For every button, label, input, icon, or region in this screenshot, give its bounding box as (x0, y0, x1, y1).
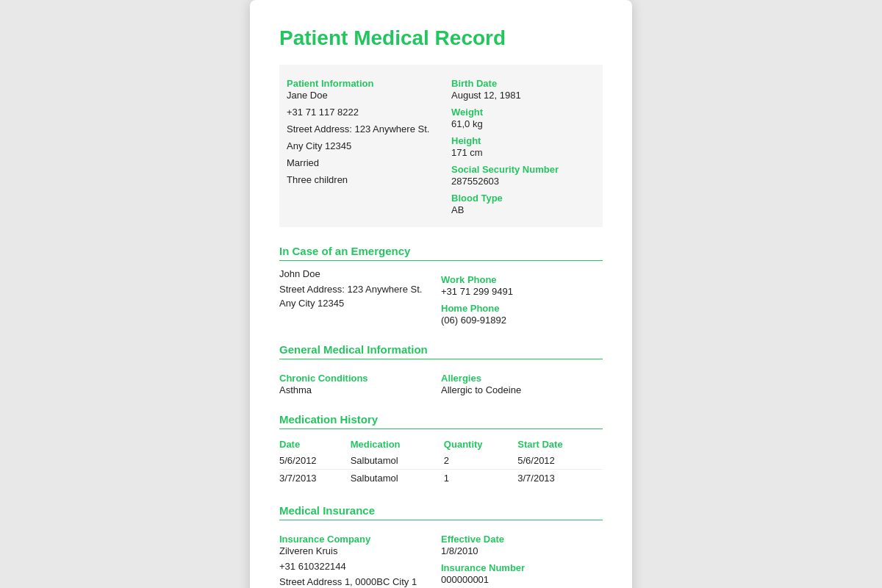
cell-date: 5/6/2012 (279, 452, 351, 470)
patient-street: Street Address: 123 Anywhere St. (287, 123, 431, 135)
col-date: Date (279, 437, 351, 452)
home-phone-label: Home Phone (441, 303, 603, 314)
allergies-right: Allergies Allergic to Codeine (441, 367, 603, 395)
cell-start_date: 3/7/2013 (517, 470, 603, 487)
emergency-grid: John Doe Street Address: 123 Anywhere St… (279, 268, 603, 326)
weight-value: 61,0 kg (451, 118, 595, 129)
work-phone-value: +31 71 299 9491 (441, 286, 603, 297)
emergency-street: Street Address: 123 Anywhere St. (279, 284, 441, 295)
cell-medication: Salbutamol (351, 452, 444, 470)
birth-date-value: August 12, 1981 (451, 90, 595, 101)
cell-date: 3/7/2013 (279, 470, 351, 487)
emergency-city: Any City 12345 (279, 298, 441, 309)
weight-label: Weight (451, 107, 595, 118)
general-medical-grid: Chronic Conditions Asthma Allergies Alle… (279, 367, 603, 395)
ssn-value: 287552603 (451, 176, 595, 187)
insurance-grid: Insurance Company Zilveren Kruis +31 610… (279, 528, 603, 587)
allergies-label: Allergies (441, 373, 603, 384)
medication-history-label: Medication History (279, 413, 603, 429)
patient-name: Jane Doe (287, 90, 431, 101)
cell-quantity: 1 (444, 470, 517, 487)
medical-record-card: Patient Medical Record Patient Informati… (250, 0, 632, 588)
blood-type-label: Blood Type (451, 193, 595, 204)
general-medical-label: General Medical Information (279, 343, 603, 359)
cell-medication: Salbutamol (351, 470, 444, 487)
page-title: Patient Medical Record (279, 26, 603, 50)
blood-type-value: AB (451, 204, 595, 215)
emergency-section-label: In Case of an Emergency (279, 245, 603, 261)
patient-phone: +31 71 117 8222 (287, 107, 431, 118)
patient-city: Any City 12345 (287, 140, 431, 151)
insurance-number-value: 000000001 (441, 574, 603, 585)
col-quantity: Quantity (444, 437, 517, 452)
patient-vitals-right: Birth Date August 12, 1981 Weight 61,0 k… (441, 65, 603, 227)
ssn-label: Social Security Number (451, 164, 595, 175)
insurance-right: Effective Date 1/8/2010 Insurance Number… (441, 528, 603, 587)
emergency-right: Work Phone +31 71 299 9491 Home Phone (0… (441, 268, 603, 326)
insurance-company-label: Insurance Company (279, 534, 441, 545)
home-phone-value: (06) 609-91892 (441, 315, 603, 326)
emergency-left: John Doe Street Address: 123 Anywhere St… (279, 268, 441, 326)
insurance-company-name: Zilveren Kruis (279, 545, 441, 556)
insurance-address: Street Address 1, 0000BC City 1 (279, 576, 441, 587)
allergies-value: Allergic to Codeine (441, 384, 603, 395)
insurance-number-label: Insurance Number (441, 562, 603, 573)
patient-info-section: Patient Information Jane Doe +31 71 117 … (279, 65, 603, 227)
emergency-section: In Case of an Emergency John Doe Street … (279, 245, 603, 326)
chronic-value: Asthma (279, 384, 441, 395)
patient-info-label: Patient Information (287, 78, 431, 89)
col-start-date: Start Date (517, 437, 603, 452)
effective-date-label: Effective Date (441, 534, 603, 545)
cell-start_date: 5/6/2012 (517, 452, 603, 470)
insurance-section: Medical Insurance Insurance Company Zilv… (279, 504, 603, 587)
insurance-phone: +31 610322144 (279, 561, 441, 572)
table-row: 5/6/2012Salbutamol25/6/2012 (279, 452, 603, 470)
chronic-left: Chronic Conditions Asthma (279, 367, 441, 395)
col-medication: Medication (351, 437, 444, 452)
height-value: 171 cm (451, 147, 595, 158)
medication-table: Date Medication Quantity Start Date 5/6/… (279, 437, 603, 487)
patient-children: Three children (287, 174, 431, 185)
chronic-label: Chronic Conditions (279, 373, 441, 384)
insurance-left: Insurance Company Zilveren Kruis +31 610… (279, 528, 441, 587)
birth-date-label: Birth Date (451, 78, 595, 89)
medication-history-section: Medication History Date Medication Quant… (279, 413, 603, 487)
insurance-section-label: Medical Insurance (279, 504, 603, 520)
emergency-name: John Doe (279, 268, 441, 279)
medication-table-header: Date Medication Quantity Start Date (279, 437, 603, 452)
work-phone-label: Work Phone (441, 274, 603, 285)
cell-quantity: 2 (444, 452, 517, 470)
height-label: Height (451, 135, 595, 146)
general-medical-section: General Medical Information Chronic Cond… (279, 343, 603, 395)
patient-info-left: Patient Information Jane Doe +31 71 117 … (279, 65, 441, 227)
patient-info-grid: Patient Information Jane Doe +31 71 117 … (279, 65, 603, 227)
patient-marital-status: Married (287, 157, 431, 168)
table-row: 3/7/2013Salbutamol13/7/2013 (279, 470, 603, 487)
effective-date-value: 1/8/2010 (441, 545, 603, 556)
